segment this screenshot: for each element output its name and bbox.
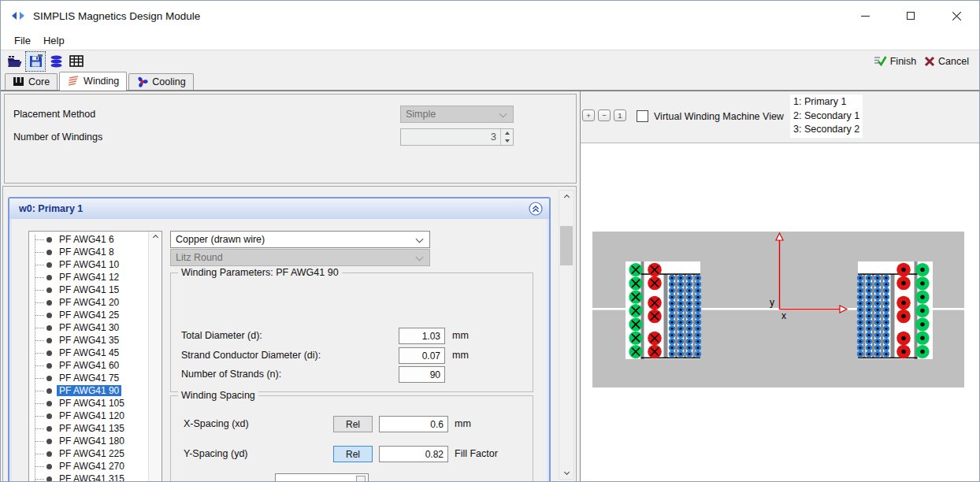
wire-list-item[interactable]: PF AWG41 10 bbox=[29, 258, 148, 271]
scrollbar-up-button[interactable] bbox=[559, 191, 574, 204]
number-of-strands-field[interactable]: 90 bbox=[399, 366, 445, 383]
collapse-panel-button[interactable] bbox=[529, 202, 543, 216]
title-bar: SIMPLIS Magnetics Design Module bbox=[1, 1, 979, 31]
placement-method-select: Simple bbox=[400, 106, 514, 123]
wire-list-item[interactable]: PF AWG41 30 bbox=[29, 321, 148, 334]
clipped-combo[interactable] bbox=[275, 473, 369, 481]
wire-list-item[interactable]: PF AWG41 60 bbox=[29, 359, 148, 372]
wire-bullet-icon bbox=[46, 376, 52, 381]
wire-list-item[interactable]: PF AWG41 180 bbox=[29, 435, 148, 447]
svg-text:x: x bbox=[781, 310, 786, 321]
total-diameter-field[interactable]: 1.03 bbox=[399, 328, 445, 344]
cancel-button[interactable]: Cancel bbox=[922, 54, 971, 69]
wire-list-item[interactable]: PF AWG41 225 bbox=[29, 447, 148, 460]
clipped-combo-button bbox=[356, 476, 366, 481]
wire-list-item-label: PF AWG41 105 bbox=[57, 398, 127, 409]
x-spacing-field[interactable]: 0.6 bbox=[379, 416, 448, 432]
tree-guide bbox=[35, 403, 44, 404]
material-select[interactable]: Copper (drawn wire) bbox=[170, 231, 430, 248]
wire-type-value: Litz Round bbox=[176, 252, 223, 263]
scroll-up-button[interactable] bbox=[149, 232, 161, 243]
wire-list-item[interactable]: PF AWG41 8 bbox=[29, 246, 148, 258]
wire-list-item[interactable]: PF AWG41 12 bbox=[29, 271, 148, 284]
wire-list-scrollbar[interactable] bbox=[148, 232, 161, 481]
wire-list-item[interactable]: PF AWG41 25 bbox=[29, 309, 148, 321]
wire-list-item[interactable]: PF AWG41 315 bbox=[29, 473, 148, 481]
finish-button[interactable]: Finish bbox=[871, 54, 919, 69]
number-of-windings-stepper: 3 bbox=[400, 128, 514, 146]
wire-bullet-icon bbox=[46, 426, 52, 432]
tree-guide bbox=[35, 340, 44, 341]
wire-list-item[interactable]: PF AWG41 75 bbox=[29, 372, 148, 384]
tab-cooling[interactable]: Cooling bbox=[128, 73, 193, 90]
x-spacing-unit: mm bbox=[455, 418, 471, 429]
strand-diameter-label: Strand Conductor Diameter (di): bbox=[181, 350, 321, 361]
save-button[interactable] bbox=[26, 52, 45, 71]
minimize-button[interactable] bbox=[842, 1, 888, 31]
y-spacing-label: Y-Spacing (yd) bbox=[184, 448, 248, 459]
scrollbar-down-button[interactable] bbox=[559, 465, 574, 479]
wire-list-item-label: PF AWG41 8 bbox=[57, 247, 117, 258]
wire-list-item-label: PF AWG41 25 bbox=[57, 310, 121, 321]
wire-list-item[interactable]: PF AWG41 135 bbox=[29, 422, 148, 435]
wire-list-item[interactable]: PF AWG41 90 bbox=[29, 384, 148, 397]
panel-scrollbar[interactable] bbox=[559, 190, 574, 480]
wire-list-item[interactable]: PF AWG41 20 bbox=[29, 296, 148, 309]
wire-list-item-label: PF AWG41 10 bbox=[57, 259, 121, 270]
maximize-icon bbox=[907, 12, 915, 20]
wire-list-items: PF AWG41 6PF AWG41 8PF AWG41 10PF AWG41 … bbox=[29, 233, 148, 481]
wire-list-item-label: PF AWG41 45 bbox=[57, 347, 121, 358]
wire-list-item-label: PF AWG41 315 bbox=[57, 473, 127, 481]
wire-list-item[interactable]: PF AWG41 15 bbox=[29, 284, 148, 296]
wire-list-item[interactable]: PF AWG41 35 bbox=[29, 334, 148, 347]
winding-w0-title: w0: Primary 1 bbox=[19, 203, 83, 214]
wire-bullet-icon bbox=[46, 476, 52, 482]
tree-guide bbox=[35, 302, 44, 303]
wire-list-item[interactable]: PF AWG41 270 bbox=[29, 460, 148, 473]
tree-guide bbox=[35, 353, 44, 354]
legend-entry: 1: Primary 1 bbox=[793, 95, 859, 109]
wire-list-item[interactable]: PF AWG41 105 bbox=[29, 397, 148, 410]
virtual-winding-machine-checkbox[interactable] bbox=[637, 110, 648, 122]
wire-gauge-list[interactable]: PF AWG41 6PF AWG41 8PF AWG41 10PF AWG41 … bbox=[28, 231, 162, 481]
number-of-strands-label: Number of Strands (n): bbox=[181, 369, 281, 380]
wire-list-item-label: PF AWG41 15 bbox=[57, 284, 121, 295]
table-button[interactable] bbox=[67, 52, 86, 71]
core-icon bbox=[13, 77, 24, 87]
wire-bullet-icon bbox=[46, 300, 52, 306]
menu-file[interactable]: File bbox=[8, 33, 37, 48]
wire-bullet-icon bbox=[46, 451, 52, 457]
strand-diameter-unit: mm bbox=[452, 350, 469, 361]
close-button[interactable] bbox=[934, 1, 979, 31]
wire-list-item-label: PF AWG41 30 bbox=[57, 322, 121, 333]
wire-list-item[interactable]: PF AWG41 45 bbox=[29, 347, 148, 359]
maximize-button[interactable] bbox=[888, 1, 934, 31]
placement-method-label: Placement Method bbox=[13, 109, 95, 120]
winding-stack-button[interactable] bbox=[46, 52, 65, 71]
tree-guide bbox=[35, 428, 44, 429]
wire-list-item-label: PF AWG41 12 bbox=[57, 272, 121, 283]
scrollbar-thumb[interactable] bbox=[560, 226, 573, 265]
y-spacing-field[interactable]: 0.82 bbox=[379, 446, 448, 462]
tab-winding-label: Winding bbox=[84, 76, 119, 87]
x-spacing-rel-button[interactable]: Rel bbox=[333, 416, 373, 432]
zoom-reset-button[interactable]: 1 bbox=[614, 109, 626, 121]
zoom-out-button[interactable]: − bbox=[598, 109, 611, 121]
wire-list-item[interactable]: PF AWG41 120 bbox=[29, 410, 148, 422]
open-button[interactable] bbox=[6, 52, 24, 71]
wire-list-item-label: PF AWG41 75 bbox=[57, 373, 121, 384]
wire-list-item[interactable]: PF AWG41 6 bbox=[29, 233, 148, 246]
windings-list-region: w0: Primary 1 PF AWG41 6PF AWG41 8PF AWG… bbox=[2, 186, 577, 481]
tree-guide bbox=[35, 239, 44, 240]
tab-core[interactable]: Core bbox=[5, 73, 58, 90]
toolbar: Finish Cancel bbox=[1, 50, 979, 72]
menu-help[interactable]: Help bbox=[37, 33, 71, 48]
tab-winding[interactable]: Winding bbox=[59, 72, 127, 91]
legend-entry: 3: Secondary 2 bbox=[793, 123, 859, 137]
y-spacing-rel-button[interactable]: Rel bbox=[333, 446, 373, 462]
tab-bar: Core Winding Cooling bbox=[1, 72, 979, 91]
strand-diameter-field[interactable]: 0.07 bbox=[399, 347, 445, 364]
zoom-in-button[interactable]: + bbox=[582, 109, 595, 121]
open-folder-icon bbox=[7, 55, 23, 68]
wire-list-item-label: PF AWG41 120 bbox=[57, 410, 127, 421]
